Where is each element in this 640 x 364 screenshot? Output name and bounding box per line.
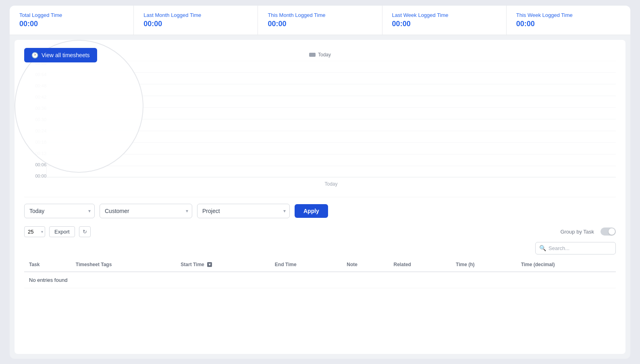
stat-last-week: Last Week Logged Time 00:00: [382, 6, 507, 35]
customer-filter-select[interactable]: Customer: [100, 204, 192, 218]
col-note: Note: [342, 258, 389, 272]
clock-icon: 🕐: [31, 52, 38, 58]
chart-svg: [46, 61, 616, 178]
view-all-timesheets-button[interactable]: 🕐 View all timesheets: [24, 48, 97, 62]
page-size-wrapper: 25 50 100: [24, 226, 45, 237]
refresh-button[interactable]: ↻: [79, 226, 91, 237]
page-size-select[interactable]: 25 50 100: [24, 226, 45, 237]
date-filter-select[interactable]: Today Yesterday This Week Last Week This…: [24, 204, 95, 218]
table-controls: 25 50 100 Export ↻ Group by Task: [24, 226, 616, 237]
y-label-6: 00:24: [24, 128, 46, 133]
search-input[interactable]: [535, 242, 616, 254]
search-bar-row: 🔍: [24, 242, 616, 254]
y-label-1: 00:54: [24, 72, 46, 77]
chart-section: Today 01:00 00:54 00:48 00:42 00:36 00:3…: [24, 48, 616, 187]
sort-icon[interactable]: ▼: [207, 262, 212, 267]
legend-today-label: Today: [318, 52, 331, 58]
toggle-knob: [609, 228, 615, 235]
legend-today: Today: [309, 52, 331, 58]
stat-last-month-value: 00:00: [143, 20, 248, 28]
y-label-4: 00:36: [24, 106, 46, 111]
export-button[interactable]: Export: [49, 226, 75, 237]
refresh-icon: ↻: [83, 229, 87, 235]
stat-this-month: This Month Logged Time 00:00: [258, 6, 382, 35]
col-tags: Timesheet Tags: [71, 258, 176, 272]
customer-filter-wrapper: Customer: [100, 204, 192, 218]
col-task: Task: [24, 258, 71, 272]
col-time-h: Time (h): [451, 258, 516, 272]
y-label-8: 00:12: [24, 151, 46, 156]
y-label-9: 00:06: [24, 162, 46, 167]
y-label-3: 00:42: [24, 95, 46, 99]
date-filter-wrapper: Today Yesterday This Week Last Week This…: [24, 204, 95, 218]
stat-this-week-value: 00:00: [516, 20, 621, 28]
col-start: Start Time ▼: [176, 258, 270, 272]
stat-this-week-label: This Week Logged Time: [516, 12, 621, 18]
search-icon: 🔍: [539, 245, 546, 251]
stat-last-week-value: 00:00: [392, 20, 497, 28]
y-label-7: 00:18: [24, 140, 46, 145]
main-content: 🕐 View all timesheets Today 01:00 00:54 …: [15, 40, 625, 354]
project-filter-wrapper: Project: [197, 204, 290, 218]
stat-total: Total Logged Time 00:00: [10, 6, 134, 35]
y-label-10: 00:00: [24, 174, 46, 178]
search-wrapper: 🔍: [535, 242, 616, 254]
y-label-5: 00:30: [24, 117, 46, 122]
data-table: Task Timesheet Tags Start Time ▼ End Tim…: [24, 258, 616, 288]
col-time-decimal: Time (decimal): [516, 258, 616, 272]
chart-legend: Today: [24, 52, 616, 58]
view-all-label: View all timesheets: [42, 52, 90, 58]
stats-bar: Total Logged Time 00:00 Last Month Logge…: [10, 6, 630, 35]
stat-total-label: Total Logged Time: [19, 12, 124, 18]
stat-this-month-label: This Month Logged Time: [268, 12, 372, 18]
x-axis-label: Today: [324, 181, 337, 187]
stat-this-week: This Week Logged Time 00:00: [507, 6, 630, 35]
stat-last-month-label: Last Month Logged Time: [143, 12, 248, 18]
project-filter-select[interactable]: Project: [197, 204, 290, 218]
no-entries-message: No entries found: [24, 272, 616, 288]
table-row-empty: No entries found: [24, 272, 616, 288]
filters-section: Today Yesterday This Week Last Week This…: [24, 197, 616, 218]
stat-last-month: Last Month Logged Time 00:00: [134, 6, 258, 35]
legend-today-dot: [309, 53, 316, 57]
col-related: Related: [389, 258, 451, 272]
stat-last-week-label: Last Week Logged Time: [392, 12, 497, 18]
table-body: No entries found: [24, 272, 616, 288]
stat-this-month-value: 00:00: [268, 20, 372, 28]
y-label-2: 00:48: [24, 83, 46, 88]
group-by-toggle[interactable]: [601, 228, 616, 236]
table-header: Task Timesheet Tags Start Time ▼ End Tim…: [24, 258, 616, 272]
col-end: End Time: [270, 258, 342, 272]
right-controls: Group by Task: [560, 228, 616, 236]
stat-total-value: 00:00: [19, 20, 124, 28]
apply-button[interactable]: Apply: [295, 204, 328, 218]
group-by-label: Group by Task: [560, 229, 594, 235]
